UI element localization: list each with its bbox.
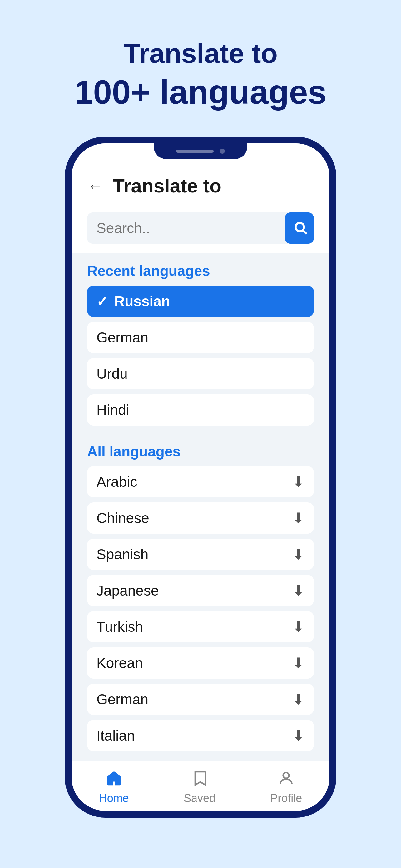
lang-item-spanish[interactable]: Spanish ⬇ — [87, 539, 314, 570]
search-icon — [293, 220, 308, 236]
all-section-title: All languages — [87, 443, 314, 460]
saved-icon — [189, 767, 210, 789]
lang-name-german: German — [97, 691, 148, 708]
lang-name-arabic: Arabic — [97, 473, 137, 490]
svg-point-0 — [295, 223, 304, 231]
phone-screen: ← Translate to Recent languages — [71, 144, 330, 811]
download-icon-italian[interactable]: ⬇ — [292, 727, 304, 744]
search-button[interactable] — [285, 213, 314, 244]
download-icon-korean[interactable]: ⬇ — [292, 655, 304, 672]
recent-section: Recent languages ✓ Russian German Urdu H… — [71, 253, 330, 434]
lang-name-chinese: Chinese — [97, 509, 149, 526]
screen-title: Translate to — [113, 175, 222, 197]
phone-notch — [154, 144, 247, 159]
lang-item-korean[interactable]: Korean ⬇ — [87, 647, 314, 679]
lang-name-russian: Russian — [114, 293, 170, 310]
notch-bar — [176, 150, 213, 153]
download-icon-turkish[interactable]: ⬇ — [292, 618, 304, 635]
bottom-nav: Home Saved Profile — [71, 761, 330, 811]
screen-header: ← Translate to — [71, 168, 330, 206]
nav-saved-label: Saved — [183, 792, 215, 805]
lang-name-german-recent: German — [97, 329, 148, 346]
lang-name-turkish: Turkish — [97, 618, 143, 635]
lang-item-urdu[interactable]: Urdu — [87, 358, 314, 389]
download-icon-japanese[interactable]: ⬇ — [292, 582, 304, 599]
download-icon-arabic[interactable]: ⬇ — [292, 473, 304, 490]
search-bar — [87, 213, 314, 244]
lang-item-german-recent[interactable]: German — [87, 322, 314, 353]
download-icon-spanish[interactable]: ⬇ — [292, 546, 304, 563]
notch-dot — [220, 149, 225, 154]
lang-name-urdu: Urdu — [97, 365, 128, 382]
lang-name-italian: Italian — [97, 727, 135, 744]
home-icon — [103, 767, 125, 789]
lang-name-hindi: Hindi — [97, 402, 129, 418]
all-languages-section: All languages Arabic ⬇ Chinese ⬇ Spanish… — [71, 434, 330, 759]
lang-item-german[interactable]: German ⬇ — [87, 684, 314, 715]
hero-line2: 100+ languages — [74, 72, 326, 112]
download-icon-chinese[interactable]: ⬇ — [292, 509, 304, 526]
phone-shell: ← Translate to Recent languages — [65, 136, 336, 818]
svg-point-2 — [283, 772, 289, 778]
hero-line1: Translate to — [74, 37, 326, 69]
lang-name-korean: Korean — [97, 655, 143, 672]
lang-item-japanese[interactable]: Japanese ⬇ — [87, 575, 314, 606]
back-button[interactable]: ← — [87, 178, 103, 194]
lang-item-russian[interactable]: ✓ Russian — [87, 286, 314, 317]
download-icon-german[interactable]: ⬇ — [292, 691, 304, 708]
check-icon: ✓ — [97, 293, 108, 309]
nav-home-label: Home — [99, 792, 129, 805]
language-list: Recent languages ✓ Russian German Urdu H… — [71, 253, 330, 761]
nav-home[interactable]: Home — [99, 767, 129, 805]
hero-section: Translate to 100+ languages — [74, 37, 326, 112]
nav-profile[interactable]: Profile — [270, 767, 302, 805]
recent-section-title: Recent languages — [87, 262, 314, 279]
lang-item-hindi[interactable]: Hindi — [87, 394, 314, 426]
profile-icon — [275, 767, 297, 789]
search-input[interactable] — [87, 220, 285, 237]
search-container — [71, 206, 330, 253]
lang-item-arabic[interactable]: Arabic ⬇ — [87, 466, 314, 497]
lang-name-japanese: Japanese — [97, 582, 159, 599]
lang-item-italian[interactable]: Italian ⬇ — [87, 720, 314, 751]
lang-item-turkish[interactable]: Turkish ⬇ — [87, 611, 314, 642]
nav-saved[interactable]: Saved — [183, 767, 215, 805]
lang-name-spanish: Spanish — [97, 546, 148, 563]
nav-profile-label: Profile — [270, 792, 302, 805]
lang-item-chinese[interactable]: Chinese ⬇ — [87, 502, 314, 534]
svg-line-1 — [303, 230, 306, 234]
